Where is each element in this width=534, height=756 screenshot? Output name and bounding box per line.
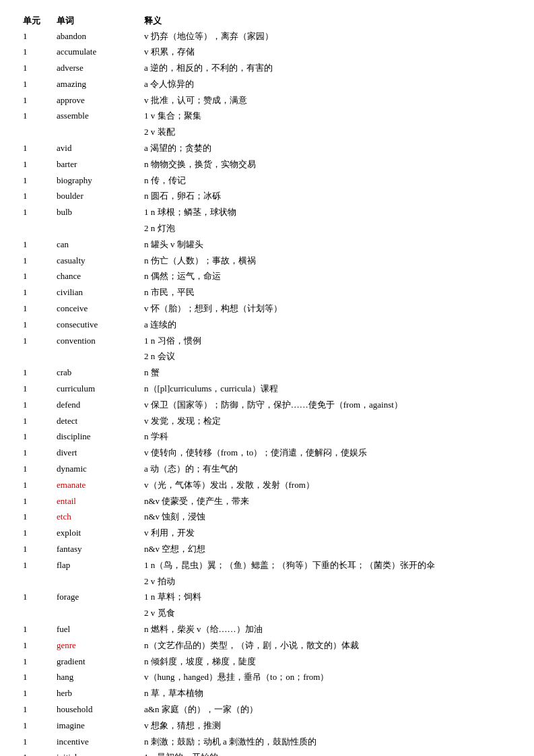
- word-cell: accumulate: [54, 44, 141, 61]
- unit-cell: 1: [20, 381, 54, 398]
- table-row: 1chancen 偶然；运气，命运: [20, 269, 514, 285]
- table-row: 1cann 罐头 v 制罐头: [20, 237, 514, 253]
- table-row: 1flap1 n（鸟，昆虫）翼；（鱼）鳃盖；（狗等）下垂的长耳；（菌类）张开的伞: [20, 557, 514, 573]
- def-cell: n 偶然；运气，命运: [141, 269, 514, 285]
- word-cell: fuel: [54, 621, 141, 637]
- unit-cell: 1: [20, 429, 54, 445]
- table-row: 1curriculumn（[pl]curriculums，curricula）课…: [20, 381, 514, 398]
- word-cell: conceive: [54, 301, 141, 317]
- word-cell: exploit: [54, 526, 141, 542]
- table-row: 1avida 渴望的；贪婪的: [20, 141, 514, 157]
- unit-cell: 1: [20, 365, 54, 381]
- unit-cell: 1: [20, 172, 54, 189]
- unit-cell: 1: [20, 509, 54, 526]
- word-cell: avid: [54, 141, 141, 157]
- unit-cell: 1: [20, 462, 54, 478]
- header-word: 单词: [54, 13, 141, 28]
- word-cell: adverse: [54, 61, 141, 77]
- table-row: 1herbn 草，草本植物: [20, 686, 514, 702]
- def-cell: n 刺激；鼓励；动机 a 刺激性的，鼓励性质的: [141, 734, 514, 750]
- unit-cell: 1: [20, 317, 54, 333]
- unit-cell: 1: [20, 205, 54, 221]
- word-cell: forage: [54, 590, 141, 606]
- unit-cell: 1: [20, 301, 54, 317]
- table-row: 1bulb1 n 球根；鳞茎，球状物: [20, 205, 514, 221]
- unit-cell: 1: [20, 44, 54, 61]
- word-cell: curriculum: [54, 381, 141, 398]
- def-cell: v 怀（胎）；想到，构想（计划等）: [141, 301, 514, 317]
- table-row: 1divertv 使转向，使转移（from，to）；使消遣，使解闷，使娱乐: [20, 445, 514, 462]
- table-row: 1approvev 批准，认可；赞成，满意: [20, 92, 514, 108]
- unit-cell: 1: [20, 493, 54, 509]
- table-row: 1convention1 n 习俗，惯例: [20, 333, 514, 349]
- word-cell: herb: [54, 686, 141, 702]
- def-cell: v 使转向，使转移（from，to）；使消遣，使解闷，使娱乐: [141, 445, 514, 462]
- table-row: 1forage1 n 草料；饲料: [20, 590, 514, 606]
- def-cell: v 想象，猜想，推测: [141, 718, 514, 734]
- word-cell: divert: [54, 445, 141, 462]
- unit-cell: 1: [20, 76, 54, 92]
- table-row: 1biographyn 传，传记: [20, 172, 514, 189]
- table-row: 1civiliann 市民，平民: [20, 285, 514, 301]
- unit-cell: 1: [20, 621, 54, 637]
- def-cell: n 罐头 v 制罐头: [141, 237, 514, 253]
- word-cell: amazing: [54, 76, 141, 92]
- def-cell: n 市民，平民: [141, 285, 514, 301]
- table-row: 1conceivev 怀（胎）；想到，构想（计划等）: [20, 301, 514, 317]
- table-row: 1amazinga 令人惊异的: [20, 76, 514, 92]
- word-cell: chance: [54, 269, 141, 285]
- word-cell: detect: [54, 413, 141, 429]
- unit-cell: 1: [20, 477, 54, 493]
- unit-cell: 1: [20, 734, 54, 750]
- table-row: 1etchn&v 蚀刻，浸蚀: [20, 509, 514, 526]
- word-cell: civilian: [54, 285, 141, 301]
- word-cell: gradient: [54, 654, 141, 670]
- def-cell: 1 n 习俗，惯例: [141, 333, 514, 349]
- def-cell: n 燃料，柴炭 v（给……）加油: [141, 621, 514, 637]
- unit-cell: 1: [20, 333, 54, 349]
- def-cell: v 积累，存储: [141, 44, 514, 61]
- def-cell: a 动（态）的；有生气的: [141, 462, 514, 478]
- def-cell: n 物物交换，换货，实物交易: [141, 156, 514, 172]
- def-cell: a 连续的: [141, 317, 514, 333]
- def-cell: n&v 蚀刻，浸蚀: [141, 509, 514, 526]
- word-cell: abandon: [54, 28, 141, 44]
- table-row: 2 v 拍动: [20, 573, 514, 590]
- def-cell: 1 n 草料；饲料: [141, 590, 514, 606]
- unit-cell: 1: [20, 285, 54, 301]
- table-row: 1householda&n 家庭（的），一家（的）: [20, 701, 514, 718]
- unit-cell: 1: [20, 189, 54, 205]
- word-cell: bulb: [54, 205, 141, 221]
- def-cell: n&v 空想，幻想: [141, 542, 514, 558]
- def-cell: n 伤亡（人数）；事故，横祸: [141, 253, 514, 269]
- table-row: 1fueln 燃料，柴炭 v（给……）加油: [20, 621, 514, 637]
- def-cell: n 传，传记: [141, 172, 514, 189]
- def-cell: n 圆石，卵石；冰砾: [141, 189, 514, 205]
- word-cell: flap: [54, 557, 141, 573]
- def-cell: v 扔弃（地位等），离弃（家园）: [141, 28, 514, 44]
- def-cell: n 蟹: [141, 365, 514, 381]
- table-row: 1imaginev 想象，猜想，推测: [20, 718, 514, 734]
- unit-cell: 1: [20, 750, 54, 756]
- def-cell: 1 n（鸟，昆虫）翼；（鱼）鳃盖；（狗等）下垂的长耳；（菌类）张开的伞: [141, 557, 514, 573]
- unit-cell: 1: [20, 701, 54, 718]
- unit-cell: 1: [20, 237, 54, 253]
- word-cell: approve: [54, 92, 141, 108]
- table-row: 1exploitv 利用，开发: [20, 526, 514, 542]
- table-row: 2 v 觅食: [20, 606, 514, 622]
- table-row: 2 n 灯泡: [20, 221, 514, 237]
- def-cell: 1 v 集合；聚集: [141, 108, 514, 125]
- unit-cell: 1: [20, 590, 54, 606]
- table-row: 1emanatev（光，气体等）发出，发散，发射（from）: [20, 477, 514, 493]
- word-cell: fantasy: [54, 542, 141, 558]
- table-row: 1fantasyn&v 空想，幻想: [20, 542, 514, 558]
- def-cell: a 令人惊异的: [141, 76, 514, 92]
- unit-cell: 1: [20, 269, 54, 285]
- word-cell: can: [54, 237, 141, 253]
- word-cell: discipline: [54, 429, 141, 445]
- word-cell: entail: [54, 493, 141, 509]
- header-unit: 单元: [20, 13, 54, 28]
- word-cell: household: [54, 701, 141, 718]
- word-cell: crab: [54, 365, 141, 381]
- header-def: 释义: [141, 13, 514, 28]
